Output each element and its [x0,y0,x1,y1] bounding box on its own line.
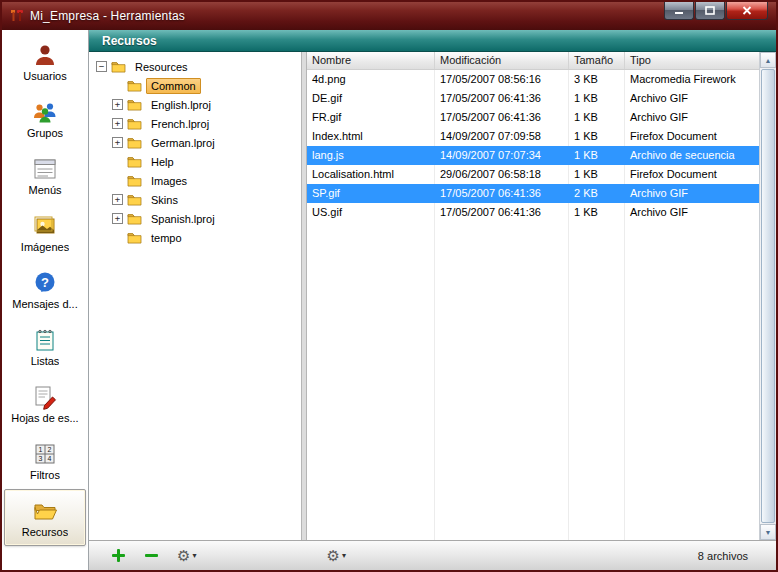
column-header-tipo[interactable]: Tipo [625,52,759,69]
tree-item-resources[interactable]: −Resources [96,57,301,76]
folder-icon [127,136,142,149]
file-panel: NombreModificaciónTamañoTipo 4d.png17/05… [306,52,776,540]
file-actions-button[interactable]: ⚙ ▾ [322,546,349,565]
file-name: lang.js [307,146,435,165]
file-row-sp-gif[interactable]: SP.gif17/05/2007 06:41:362 KBArchivo GIF [307,184,759,203]
folder-icon [127,193,142,206]
file-row-index-html[interactable]: Index.html14/09/2007 07:09:581 KBFirefox… [307,127,759,146]
expand-plus-icon[interactable]: + [112,137,123,148]
file-size: 3 KB [569,70,625,89]
sidebar-item-listas[interactable]: Listas [4,318,86,375]
notepad-icon [32,327,58,353]
window-controls [663,2,768,20]
expand-plus-icon[interactable]: + [112,99,123,110]
scroll-up-icon[interactable]: ▲ [760,52,776,68]
minimize-button[interactable] [664,2,694,20]
file-row-us-gif[interactable]: US.gif17/05/2007 06:41:361 KBArchivo GIF [307,203,759,222]
scrollbar-thumb[interactable] [761,69,775,523]
file-row-4d-png[interactable]: 4d.png17/05/2007 08:56:163 KBMacromedia … [307,70,759,89]
file-type: Archivo GIF [625,184,759,203]
close-button[interactable] [726,2,768,20]
file-size: 1 KB [569,146,625,165]
vertical-scrollbar[interactable]: ▲ ▼ [759,52,776,540]
tree-item-english-lproj[interactable]: +English.lproj [96,95,301,114]
sidebar-item-label: Imágenes [21,241,69,253]
sidebar-item-label: Usuarios [23,70,66,82]
sidebar-item-label: Filtros [30,469,60,481]
remove-button[interactable] [140,546,163,565]
open-folder-icon [32,498,58,524]
tree-item-spanish-lproj[interactable]: +Spanish.lproj [96,209,301,228]
sidebar-item-label: Menús [28,184,61,196]
file-row-fr-gif[interactable]: FR.gif17/05/2007 06:41:361 KBArchivo GIF [307,108,759,127]
file-type: Archivo GIF [625,89,759,108]
app-logo-icon [9,8,25,24]
file-type: Archivo GIF [625,108,759,127]
section-title: Recursos [102,34,157,48]
expand-plus-icon[interactable]: + [112,118,123,129]
column-header-nombre[interactable]: Nombre [307,52,435,69]
menu-window-icon [32,156,58,182]
tree-item-tempo[interactable]: tempo [96,228,301,247]
file-modified: 17/05/2007 06:41:36 [435,89,569,108]
file-size: 1 KB [569,89,625,108]
list-rows: 4d.png17/05/2007 08:56:163 KBMacromedia … [307,70,759,540]
plus-icon [111,548,126,563]
tree-item-skins[interactable]: +Skins [96,190,301,209]
file-row-lang-js[interactable]: lang.js14/09/2007 07:07:341 KBArchivo de… [307,146,759,165]
tree-actions-button[interactable]: ⚙ ▾ [173,546,200,565]
tree-item-label: Help [146,154,179,170]
expand-plus-icon[interactable]: + [112,194,123,205]
tree-item-label: Skins [146,192,183,208]
file-size: 2 KB [569,184,625,203]
file-name: Index.html [307,127,435,146]
numbers-grid-icon: 1234 [32,441,58,467]
sidebar-item-filtros[interactable]: 1234Filtros [4,432,86,489]
tree-item-help[interactable]: Help [96,152,301,171]
file-row-localisation-html[interactable]: Localisation.html29/06/2007 06:58:181 KB… [307,165,759,184]
folder-icon [127,212,142,225]
tree-item-images[interactable]: Images [96,171,301,190]
sidebar-item-recursos[interactable]: Recursos [4,489,86,546]
maximize-button[interactable] [695,2,725,20]
sidebar-item-hojas-de-es[interactable]: Hojas de es... [4,375,86,432]
column-header-tama-o[interactable]: Tamaño [569,52,625,69]
sidebar-item-label: Hojas de es... [11,412,78,424]
folder-icon [111,60,126,73]
sidebar-item-label: Mensajes d... [12,298,77,310]
message-question-icon: ? [32,270,58,296]
column-header-modificaci-n[interactable]: Modificación [435,52,569,69]
collapse-minus-icon[interactable]: − [96,61,107,72]
file-row-de-gif[interactable]: DE.gif17/05/2007 06:41:361 KBArchivo GIF [307,89,759,108]
tree-item-label: French.lproj [146,116,214,132]
sidebar-item-usuarios[interactable]: Usuarios [4,33,86,90]
sidebar-item-men-s[interactable]: Menús [4,147,86,204]
file-modified: 14/09/2007 07:09:58 [435,127,569,146]
file-size: 1 KB [569,127,625,146]
file-type: Firefox Document [625,127,759,146]
titlebar[interactable]: Mi_Empresa - Herramientas [2,2,776,30]
section-header: Recursos [89,30,776,52]
expand-plus-icon[interactable]: + [112,213,123,224]
folder-icon [127,155,142,168]
tree-item-label: Images [146,173,192,189]
sidebar: UsuariosGruposMenúsImágenes?Mensajes d..… [2,30,89,570]
add-button[interactable] [107,546,130,565]
minus-icon [144,548,159,563]
tree-item-french-lproj[interactable]: +French.lproj [96,114,301,133]
gear-icon: ⚙ [326,548,339,563]
list-header: NombreModificaciónTamañoTipo [307,52,759,70]
tree-item-label: German.lproj [146,135,220,151]
tree-item-label: Resources [130,59,193,75]
sidebar-item-im-genes[interactable]: Imágenes [4,204,86,261]
sidebar-item-grupos[interactable]: Grupos [4,90,86,147]
svg-text:2: 2 [48,446,52,453]
sidebar-item-mensajes-d[interactable]: ?Mensajes d... [4,261,86,318]
folder-icon [127,98,142,111]
tree-item-german-lproj[interactable]: +German.lproj [96,133,301,152]
sidebar-item-label: Grupos [27,127,63,139]
tree-item-common[interactable]: Common [96,76,301,95]
svg-text:?: ? [41,274,49,289]
scroll-down-icon[interactable]: ▼ [760,524,776,540]
file-modified: 17/05/2007 08:56:16 [435,70,569,89]
